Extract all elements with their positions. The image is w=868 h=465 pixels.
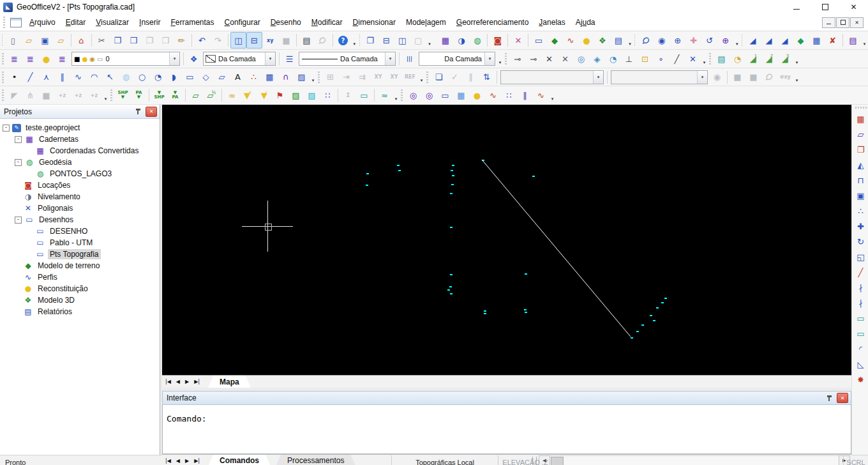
document-icon[interactable] [10, 18, 22, 27]
globe-button[interactable]: ◍ [469, 32, 485, 49]
code-combo[interactable]: ▾ [611, 70, 708, 84]
dropdown-arrow[interactable]: ▾ [102, 86, 109, 105]
dropdown-arrow[interactable]: ▾ [497, 50, 504, 68]
menu-ferramentas[interactable]: Ferramentas [165, 15, 219, 29]
toolbar-grip[interactable] [2, 53, 4, 65]
locacoes-button[interactable]: ◙ [490, 32, 505, 49]
tab-next-button[interactable]: ▶ [185, 379, 189, 385]
undo-button[interactable]: ↶ [194, 32, 210, 49]
combo-dropdown-button[interactable]: ▾ [697, 71, 707, 84]
dropdown-arrow[interactable]: ▾ [310, 68, 317, 86]
tree-item-reconstitui-o[interactable]: ●Reconstituição [0, 283, 160, 294]
menu-ajuda[interactable]: Ajuda [571, 15, 601, 29]
survey-point[interactable] [656, 307, 659, 309]
combo-dropdown-button[interactable]: ▾ [169, 52, 179, 65]
survey-point[interactable] [450, 227, 453, 228]
dropdown-arrow[interactable]: ▾ [793, 50, 800, 68]
survey-point[interactable] [397, 165, 400, 166]
survey-point[interactable] [451, 170, 453, 171]
combo-dropdown-button[interactable]: ▾ [593, 71, 603, 84]
combo-dropdown-button[interactable]: ▾ [385, 52, 395, 65]
pin-icon[interactable] [133, 107, 142, 116]
mdi-minimize-button[interactable] [822, 17, 835, 28]
relatorios-button[interactable]: ▤ [610, 32, 626, 49]
target-circle-1-button[interactable]: ◎ [405, 87, 421, 103]
toolbar-grip[interactable] [855, 107, 867, 109]
draw-spline-button[interactable]: ∿ [70, 69, 86, 86]
menubar-grip[interactable] [3, 17, 5, 28]
filter-add-button[interactable]: ▼+ [240, 87, 256, 103]
measure-distance-button[interactable]: ▤ [714, 50, 730, 67]
survey-point[interactable] [532, 176, 535, 177]
toolbar-grip[interactable] [110, 89, 112, 101]
menu-georreferenciamento[interactable]: Georreferenciamento [451, 15, 534, 29]
save-file-button[interactable]: ▣ [37, 32, 53, 49]
offset-button[interactable]: ▣ [853, 188, 868, 203]
snap-center-button[interactable]: ◎ [573, 50, 589, 67]
coord-xy-insert-button[interactable]: XY [370, 69, 386, 86]
grid-points-button[interactable]: ∷ [320, 87, 336, 103]
tab-last-button[interactable]: ▶| [194, 379, 200, 385]
viewport-mini-button[interactable]: ▭ [437, 87, 453, 103]
toolbar-grip[interactable] [2, 72, 4, 83]
color-combo[interactable]: Da Camada▾ [203, 52, 276, 66]
tree-item-pts-topografia[interactable]: ▭Pts Topografia [0, 248, 160, 260]
layer-bulb-button[interactable]: ● [38, 50, 54, 67]
toolbar-grip[interactable] [401, 89, 403, 101]
projects-close-button[interactable]: ✕ [146, 107, 157, 117]
coord-xy-move-button[interactable]: XY [386, 69, 402, 86]
viewport-single-button[interactable]: ■ [278, 32, 294, 49]
target-circle-2-button[interactable]: ◎ [421, 87, 437, 103]
extend-button[interactable]: ∤ [853, 295, 868, 310]
lines-gray-button[interactable]: ⋔ [22, 87, 38, 103]
break-at-point-button[interactable]: ▭ [853, 310, 868, 326]
menu-arquivo[interactable]: Arquivo [24, 15, 61, 29]
draw-circle-3p-button[interactable]: ◔ [150, 69, 166, 86]
tree-item-modelo-de-terreno[interactable]: ◆Modelo de terreno [0, 260, 160, 271]
open-project-button[interactable]: ▱ [53, 32, 69, 49]
tree-item-pablo-utm[interactable]: ▭Pablo - UTM [0, 237, 160, 248]
survey-point[interactable] [447, 289, 450, 291]
viewport-horizontal-button[interactable]: ⊟ [246, 32, 262, 49]
tree-item-geod-sia[interactable]: -◍Geodésia [0, 156, 160, 168]
import-shp-button[interactable]: SHP▼ [115, 87, 131, 103]
dropdown-arrow[interactable]: ▾ [626, 31, 633, 50]
status-crs[interactable]: Topográficas Local [391, 455, 498, 465]
toolbar-grip[interactable] [2, 34, 3, 46]
tile-horizontal-button[interactable]: ⊟ [378, 32, 394, 49]
poligonais-button[interactable]: ✕ [510, 32, 526, 49]
print-preview-button[interactable]: Ϙ [315, 32, 331, 49]
survey-point[interactable] [398, 170, 401, 171]
dropdown-arrow[interactable]: ▾ [549, 86, 556, 105]
viewport-vertical-button[interactable]: ◫ [230, 32, 246, 49]
draw-circle-center-button[interactable]: ◍ [118, 69, 134, 86]
tree-item-nivelamento[interactable]: ◑Nivelamento [0, 191, 160, 202]
draw-parallel-button[interactable]: ∥ [54, 69, 70, 86]
paint-bucket-button[interactable]: ❖ [186, 50, 202, 67]
toolbar-grip[interactable] [505, 53, 507, 65]
sigma-xy-button[interactable]: σxy [777, 69, 793, 86]
survey-point[interactable] [631, 337, 633, 339]
snap-perpendicular-button[interactable]: ⊥ [621, 50, 637, 67]
survey-point[interactable] [661, 302, 664, 303]
menu-modelagem[interactable]: Modelagem [401, 15, 451, 29]
tree-item-pontos-lago3[interactable]: ◍PONTOS_LAGO3 [0, 168, 160, 179]
survey-point[interactable] [366, 173, 369, 174]
zoom-extents-button[interactable]: ◉ [654, 32, 670, 49]
linetype-icon-button[interactable]: ☰ [281, 50, 297, 67]
tree-item-perfis[interactable]: ∿Perfis [0, 271, 160, 283]
layer-all-button[interactable]: ≣ [54, 50, 70, 67]
survey-point[interactable] [484, 310, 486, 312]
snap-nearest-button[interactable]: ╱ [669, 50, 685, 67]
explode-button[interactable]: ✸ [853, 372, 868, 387]
survey-point[interactable] [525, 312, 527, 313]
copy-disabled-button[interactable]: ❐ [142, 32, 158, 49]
dropdown-arrow[interactable]: ▾ [393, 86, 400, 105]
toolbar-grip[interactable] [709, 53, 711, 65]
toolbar-grip[interactable] [742, 34, 742, 46]
array-button[interactable]: ∴ [853, 203, 868, 218]
scrollbar-thumb[interactable] [551, 457, 564, 465]
lineweight-icon-button[interactable]: ||| [401, 50, 417, 67]
survey-point[interactable] [525, 273, 527, 275]
snap-intersection-button[interactable]: ✕ [541, 50, 557, 67]
